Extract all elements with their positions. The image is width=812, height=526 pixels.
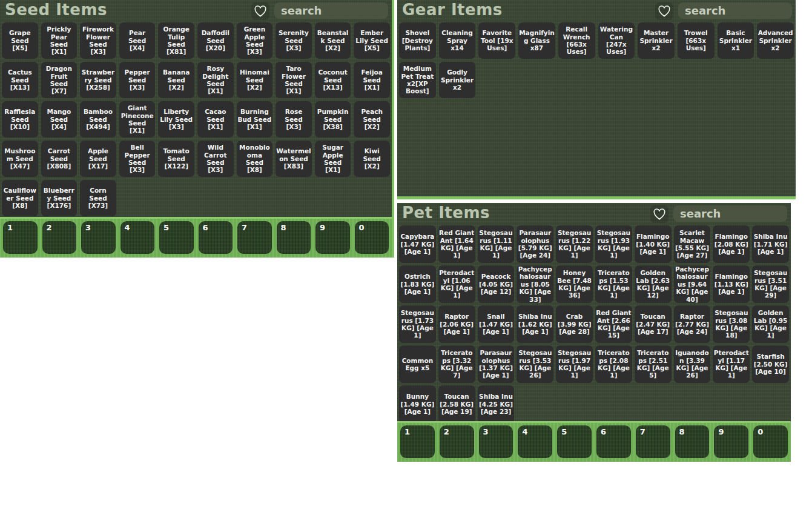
pet-item-tile[interactable]: Bunny [1.49 KG] [Age 1]	[399, 385, 436, 423]
pet-item-tile[interactable]: Pterodactyl [1.17 KG] [Age 1]	[713, 345, 750, 383]
gear-item-tile[interactable]: Magnifying Glass x87	[518, 22, 555, 59]
pet-item-tile[interactable]: Triceratops [1.53 KG] [Age 1]	[595, 265, 632, 303]
seed-item-tile[interactable]: Apple Seed [X17]	[80, 141, 116, 177]
pet-item-tile[interactable]: Flamingo [1.40 KG] [Age 1]	[635, 225, 672, 263]
seed-item-tile[interactable]: Cauliflower Seed [X8]	[2, 180, 38, 216]
pet-item-tile[interactable]: Triceratops [2.08 KG] [Age 1]	[595, 345, 632, 383]
pet-item-tile[interactable]: Scarlet Macaw [5.55 KG] [Age 27]	[674, 225, 711, 263]
seed-item-tile[interactable]: Pear Seed [X4]	[119, 22, 156, 59]
seed-item-tile[interactable]: Watermelon Seed [X83]	[276, 141, 312, 177]
seed-search-input[interactable]	[274, 2, 388, 19]
seed-item-tile[interactable]: Coconut Seed [X13]	[315, 62, 351, 98]
pet-item-tile[interactable]: Snail [1.47 KG] [Age 1]	[478, 305, 515, 343]
hotbar-slot[interactable]: 4	[518, 425, 552, 458]
seed-favorites-button[interactable]	[251, 2, 269, 20]
pet-item-tile[interactable]: Crab [3.99 KG] [Age 28]	[556, 305, 593, 343]
pet-item-tile[interactable]: Stegosaurus [1.73 KG] [Age 1]	[399, 305, 436, 343]
pet-item-tile[interactable]: Peacock [4.05 KG] [Age 12]	[478, 265, 515, 303]
seed-item-tile[interactable]: Blueberry Seed [X176]	[41, 180, 78, 216]
seed-item-tile[interactable]: Rose Seed [X3]	[276, 101, 312, 138]
pet-item-tile[interactable]: Shiba Inu [1.71 KG] [Age 1]	[752, 225, 789, 263]
hotbar-slot[interactable]: 5	[557, 425, 592, 458]
pet-item-tile[interactable]: Starfish [2.50 KG] [Age 10]	[752, 345, 789, 383]
seed-item-tile[interactable]: Green Apple Seed [X3]	[237, 22, 273, 59]
pet-item-tile[interactable]: Parasaurolophus [5.79 KG] [Age 24]	[517, 225, 553, 263]
seed-item-tile[interactable]: Monoblooma Seed [X8]	[237, 141, 273, 177]
pet-item-tile[interactable]: Stegosaurus [3.08 KG] [Age 18]	[713, 305, 750, 343]
hotbar-slot[interactable]: 3	[81, 221, 116, 254]
pet-item-tile[interactable]: Pachycephalosaurus [9.64 KG] [Age 40]	[674, 265, 711, 303]
pet-item-tile[interactable]: Pterodactyl [1.06 KG] [Age 1]	[438, 265, 475, 303]
hotbar-slot[interactable]: 9	[315, 221, 350, 254]
hotbar-slot[interactable]: 4	[120, 221, 155, 254]
seed-item-tile[interactable]: Hinomai Seed [X2]	[237, 62, 273, 98]
seed-item-tile[interactable]: Prickly Pear Seed [X1]	[41, 22, 78, 59]
seed-item-tile[interactable]: Mango Seed [X4]	[41, 101, 78, 138]
pet-item-tile[interactable]: Raptor [2.06 KG] [Age 1]	[438, 305, 475, 343]
seed-item-tile[interactable]: Peach Seed [X2]	[354, 101, 390, 138]
pet-item-tile[interactable]: Stegosaurus [3.53 KG] [Age 26]	[517, 345, 553, 383]
seed-item-tile[interactable]: Feijoa Seed [X1]	[354, 62, 390, 98]
hotbar-slot[interactable]: 8	[277, 221, 311, 254]
gear-item-tile[interactable]: Godly Sprinkler x2	[439, 62, 476, 98]
pet-item-tile[interactable]: Toucan [2.58 KG] [Age 19]	[438, 385, 475, 423]
seed-item-tile[interactable]: Burning Bud Seed [X1]	[237, 101, 273, 138]
pet-search-input[interactable]	[673, 205, 787, 222]
hotbar-slot[interactable]: 0	[355, 221, 389, 254]
seed-item-tile[interactable]: Strawberry Seed [X258]	[80, 62, 116, 98]
seed-item-tile[interactable]: Giant Pinecone Seed [X1]	[119, 101, 156, 138]
seed-item-tile[interactable]: Rafflesia Seed [X10]	[2, 101, 38, 138]
pet-item-tile[interactable]: Stegosaurus [1.22 KG] [Age 1]	[556, 225, 593, 263]
pet-item-tile[interactable]: Shiba Inu [1.62 KG] [Age 1]	[517, 305, 553, 343]
hotbar-slot[interactable]: 0	[753, 425, 788, 458]
pet-item-tile[interactable]: Shiba Inu [4.25 KG] [Age 23]	[478, 385, 515, 423]
seed-item-tile[interactable]: Kiwi Seed [X2]	[354, 141, 390, 177]
seed-item-tile[interactable]: Wild Carrot Seed [X3]	[197, 141, 234, 177]
gear-item-tile[interactable]: Cleaning Spray x14	[439, 22, 476, 59]
hotbar-slot[interactable]: 1	[400, 425, 435, 458]
seed-item-tile[interactable]: Liberty Lily Seed [X3]	[158, 101, 194, 138]
seed-item-tile[interactable]: Sugar Apple Seed [X1]	[315, 141, 351, 177]
gear-item-tile[interactable]: Advanced Sprinkler x2	[757, 22, 794, 59]
seed-item-tile[interactable]: Bamboo Seed [X494]	[80, 101, 116, 138]
pet-item-tile[interactable]: Stegosaurus [3.51 KG] [Age 29]	[752, 265, 789, 303]
seed-item-tile[interactable]: Pepper Seed [X3]	[119, 62, 156, 98]
pet-item-tile[interactable]: Golden Lab [2.63 KG] [Age 12]	[635, 265, 672, 303]
pet-favorites-button[interactable]	[650, 205, 668, 223]
seed-item-tile[interactable]: Serenity Seed [X3]	[276, 22, 312, 59]
pet-item-tile[interactable]: Triceratops [3.32 KG] [Age 7]	[438, 345, 475, 383]
seed-item-tile[interactable]: Daffodil Seed [X20]	[197, 22, 234, 59]
seed-item-tile[interactable]: Tomato Seed [X122]	[158, 141, 194, 177]
gear-item-tile[interactable]: Basic Sprinkler x1	[718, 22, 754, 59]
hotbar-slot[interactable]: 3	[479, 425, 513, 458]
hotbar-slot[interactable]: 2	[440, 425, 474, 458]
pet-item-tile[interactable]: Red Giant Ant [1.64 KG] [Age 1]	[438, 225, 475, 263]
hotbar-slot[interactable]: 5	[159, 221, 194, 254]
seed-item-tile[interactable]: Banana Seed [X2]	[158, 62, 194, 98]
gear-item-tile[interactable]: Master Sprinkler x2	[638, 22, 675, 59]
seed-item-tile[interactable]: Ember Lily Seed [X5]	[354, 22, 390, 59]
gear-item-tile[interactable]: Shovel [Destroy Plants]	[399, 22, 436, 59]
seed-item-tile[interactable]: Cacao Seed [X1]	[197, 101, 234, 138]
seed-item-tile[interactable]: Taro Flower Seed [X1]	[276, 62, 312, 98]
pet-item-tile[interactable]: Honey Bee [7.48 KG] [Age 36]	[556, 265, 593, 303]
pet-item-tile[interactable]: Parasaurolophus [1.37 KG] [Age 1]	[478, 345, 515, 383]
seed-item-tile[interactable]: Corn Seed [X73]	[80, 180, 116, 216]
pet-item-tile[interactable]: Flamingo [2.08 KG] [Age 1]	[713, 225, 750, 263]
pet-item-tile[interactable]: Pachycephalosaurus [8.05 KG] [Age 33]	[517, 265, 553, 303]
seed-item-tile[interactable]: Orange Tulip Seed [X81]	[158, 22, 194, 59]
seed-item-tile[interactable]: Mushroom Seed [X47]	[2, 141, 38, 177]
hotbar-slot[interactable]: 7	[636, 425, 670, 458]
pet-item-tile[interactable]: Iguanodon [3.39 KG] [Age 26]	[674, 345, 711, 383]
gear-item-tile[interactable]: Recall Wrench [663x Uses]	[558, 22, 595, 59]
pet-item-tile[interactable]: Raptor [2.77 KG] [Age 24]	[674, 305, 711, 343]
pet-item-tile[interactable]: Capybara [1.47 KG] [Age 1]	[399, 225, 436, 263]
seed-item-tile[interactable]: Firework Flower Seed [X3]	[80, 22, 116, 59]
gear-item-tile[interactable]: Favorite Tool [19x Uses]	[478, 22, 515, 59]
hotbar-slot[interactable]: 7	[237, 221, 272, 254]
pet-item-tile[interactable]: Stegosaurus [1.97 KG] [Age 1]	[556, 345, 593, 383]
pet-item-tile[interactable]: Triceratops [2.51 KG] [Age 5]	[635, 345, 672, 383]
gear-item-tile[interactable]: Medium Pet Treat x2[XP Boost]	[399, 62, 436, 98]
seed-item-tile[interactable]: Grape Seed [X5]	[2, 22, 38, 59]
seed-item-tile[interactable]: Pumpkin Seed [X38]	[315, 101, 351, 138]
